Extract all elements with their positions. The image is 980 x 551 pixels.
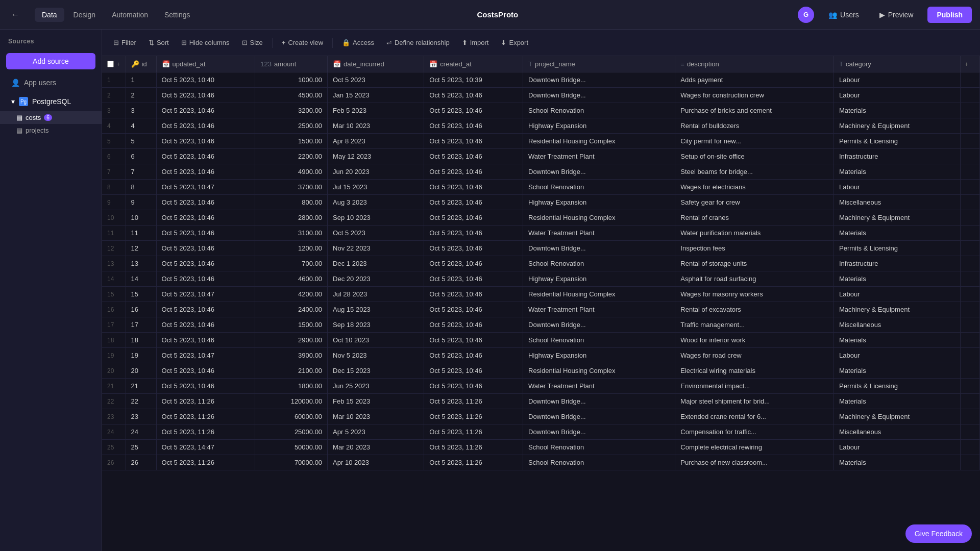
access-icon: 🔒 xyxy=(342,39,350,46)
row-number: 16 xyxy=(107,306,114,313)
cell-description: Major steel shipment for brid... xyxy=(675,394,834,409)
content-area: ⊟ Filter ⇅ Sort ⊞ Hide columns ⊡ Size + … xyxy=(102,30,980,551)
table-row[interactable]: 13 13 Oct 5 2023, 10:46 700.00 Dec 1 202… xyxy=(102,256,980,271)
add-column-button[interactable]: + xyxy=(960,56,979,72)
table-row[interactable]: 26 26 Oct 5 2023, 11:26 70000.00 Apr 10 … xyxy=(102,455,980,470)
row-checkbox-cell: 13 xyxy=(102,256,126,271)
publish-button[interactable]: Publish xyxy=(927,7,972,23)
cell-category: Machinery & Equipment xyxy=(834,118,960,134)
sidebar-item-app-users[interactable]: 👤 App users xyxy=(3,74,99,91)
table-row[interactable]: 17 17 Oct 5 2023, 10:46 1500.00 Sep 18 2… xyxy=(102,317,980,333)
hide-columns-button[interactable]: ⊞ Hide columns xyxy=(176,36,235,49)
import-button[interactable]: ⬆ Import xyxy=(457,36,494,49)
table-row[interactable]: 12 12 Oct 5 2023, 10:46 1200.00 Nov 22 2… xyxy=(102,241,980,256)
filter-button[interactable]: ⊟ Filter xyxy=(108,36,141,49)
table-row[interactable]: 22 22 Oct 5 2023, 11:26 120000.00 Feb 15… xyxy=(102,394,980,409)
table-row[interactable]: 8 8 Oct 5 2023, 10:47 3700.00 Jul 15 202… xyxy=(102,180,980,195)
table-row[interactable]: 18 18 Oct 5 2023, 10:46 2900.00 Oct 10 2… xyxy=(102,333,980,348)
size-button[interactable]: ⊡ Size xyxy=(237,36,268,49)
users-button[interactable]: 👥 Users xyxy=(822,8,865,22)
export-button[interactable]: ⬇ Export xyxy=(496,36,533,49)
row-number: 22 xyxy=(107,398,114,405)
table-row[interactable]: 1 1 Oct 5 2023, 10:40 1000.00 Oct 5 2023… xyxy=(102,72,980,88)
topbar-left: ← Data Design Automation Settings xyxy=(8,8,198,22)
cell-project-name: Downtown Bridge... xyxy=(523,409,675,424)
tab-data[interactable]: Data xyxy=(35,8,64,22)
table-row[interactable]: 2 2 Oct 5 2023, 10:46 4500.00 Jan 15 202… xyxy=(102,88,980,103)
table-row[interactable]: 20 20 Oct 5 2023, 10:46 2100.00 Dec 15 2… xyxy=(102,363,980,379)
col-description[interactable]: ≡ description xyxy=(675,56,834,72)
table-row[interactable]: 14 14 Oct 5 2023, 10:46 4600.00 Dec 20 2… xyxy=(102,271,980,287)
tab-settings[interactable]: Settings xyxy=(157,8,198,22)
avatar[interactable]: G xyxy=(798,7,814,23)
cell-category: Materials xyxy=(834,333,960,348)
sidebar-item-postgresql[interactable]: ▾ Pg PostgreSQL xyxy=(3,93,99,110)
col-updated-at[interactable]: 📅 updated_at xyxy=(156,56,255,72)
cell-amount: 4200.00 xyxy=(255,287,328,302)
cell-category: Materials xyxy=(834,394,960,409)
cell-created-at: Oct 5 2023, 10:46 xyxy=(424,134,523,149)
cell-updated-at: Oct 5 2023, 10:46 xyxy=(156,256,255,271)
cell-id: 2 xyxy=(126,88,156,103)
tab-design[interactable]: Design xyxy=(66,8,103,22)
table-row[interactable]: 6 6 Oct 5 2023, 10:46 2200.00 May 12 202… xyxy=(102,149,980,164)
access-button[interactable]: 🔒 Access xyxy=(337,36,379,49)
sort-button[interactable]: ⇅ Sort xyxy=(143,36,174,49)
table-wrapper: + 🔑 id 📅 updated_at xyxy=(102,56,980,551)
create-view-button[interactable]: + Create view xyxy=(277,36,328,49)
cell-category: Labour xyxy=(834,180,960,195)
preview-button[interactable]: ▶ Preview xyxy=(873,8,920,22)
col-id[interactable]: 🔑 id xyxy=(126,56,156,72)
cell-updated-at: Oct 5 2023, 14:47 xyxy=(156,440,255,455)
cell-amount: 3200.00 xyxy=(255,103,328,118)
cell-category: Miscellaneous xyxy=(834,424,960,440)
cell-amount: 3100.00 xyxy=(255,226,328,241)
cell-description: Adds payment xyxy=(675,72,834,88)
select-all-checkbox[interactable] xyxy=(107,61,114,67)
table-row[interactable]: 5 5 Oct 5 2023, 10:46 1500.00 Apr 8 2023… xyxy=(102,134,980,149)
table-row[interactable]: 16 16 Oct 5 2023, 10:46 2400.00 Aug 15 2… xyxy=(102,302,980,317)
cell-created-at: Oct 5 2023, 10:46 xyxy=(424,256,523,271)
table-row[interactable]: 4 4 Oct 5 2023, 10:46 2500.00 Mar 10 202… xyxy=(102,118,980,134)
table-row[interactable]: 19 19 Oct 5 2023, 10:47 3900.00 Nov 5 20… xyxy=(102,348,980,363)
col-project-name[interactable]: T project_name xyxy=(523,56,675,72)
cell-created-at: Oct 5 2023, 10:46 xyxy=(424,226,523,241)
cell-updated-at: Oct 5 2023, 10:46 xyxy=(156,103,255,118)
back-button[interactable]: ← xyxy=(8,8,22,22)
cell-category: Permits & Licensing xyxy=(834,134,960,149)
sidebar-item-projects[interactable]: ▤ projects xyxy=(0,124,102,137)
sidebar-item-costs[interactable]: ▤ costs 6 xyxy=(0,111,102,124)
cell-created-at: Oct 5 2023, 10:46 xyxy=(424,103,523,118)
cell-created-at: Oct 5 2023, 10:46 xyxy=(424,149,523,164)
data-table: + 🔑 id 📅 updated_at xyxy=(102,56,980,470)
table-row[interactable]: 3 3 Oct 5 2023, 10:46 3200.00 Feb 5 2023… xyxy=(102,103,980,118)
row-number: 1 xyxy=(107,77,111,84)
row-number: 26 xyxy=(107,459,114,466)
table-row[interactable]: 11 11 Oct 5 2023, 10:46 3100.00 Oct 5 20… xyxy=(102,226,980,241)
table-row[interactable]: 15 15 Oct 5 2023, 10:47 4200.00 Jul 28 2… xyxy=(102,287,980,302)
cell-category: Labour xyxy=(834,440,960,455)
table-row[interactable]: 9 9 Oct 5 2023, 10:46 800.00 Aug 3 2023 … xyxy=(102,195,980,210)
col-date-incurred[interactable]: 📅 date_incurred xyxy=(328,56,424,72)
col-amount[interactable]: 123 amount xyxy=(255,56,328,72)
row-checkbox-cell: 25 xyxy=(102,440,126,455)
desc-icon: ≡ xyxy=(680,60,684,68)
table-row[interactable]: 25 25 Oct 5 2023, 14:47 50000.00 Mar 20 … xyxy=(102,440,980,455)
cell-amount: 70000.00 xyxy=(255,455,328,470)
give-feedback-button[interactable]: Give Feedback xyxy=(905,524,972,543)
table-row[interactable]: 21 21 Oct 5 2023, 10:46 1800.00 Jun 25 2… xyxy=(102,379,980,394)
cell-updated-at: Oct 5 2023, 11:26 xyxy=(156,409,255,424)
col-created-at[interactable]: 📅 created_at xyxy=(424,56,523,72)
define-relationship-button[interactable]: ⇌ Define relationship xyxy=(381,36,455,49)
table-row[interactable]: 23 23 Oct 5 2023, 11:26 60000.00 Mar 10 … xyxy=(102,409,980,424)
table-row[interactable]: 24 24 Oct 5 2023, 11:26 25000.00 Apr 5 2… xyxy=(102,424,980,440)
tab-automation[interactable]: Automation xyxy=(105,8,155,22)
add-source-button[interactable]: Add source xyxy=(6,53,95,69)
cell-description: Rental of cranes xyxy=(675,210,834,226)
col-checkbox[interactable]: + xyxy=(102,56,126,72)
table-row[interactable]: 7 7 Oct 5 2023, 10:46 4900.00 Jun 20 202… xyxy=(102,164,980,180)
col-category[interactable]: T category xyxy=(834,56,960,72)
cell-created-at: Oct 5 2023, 10:46 xyxy=(424,348,523,363)
cell-id: 23 xyxy=(126,409,156,424)
table-row[interactable]: 10 10 Oct 5 2023, 10:46 2800.00 Sep 10 2… xyxy=(102,210,980,226)
